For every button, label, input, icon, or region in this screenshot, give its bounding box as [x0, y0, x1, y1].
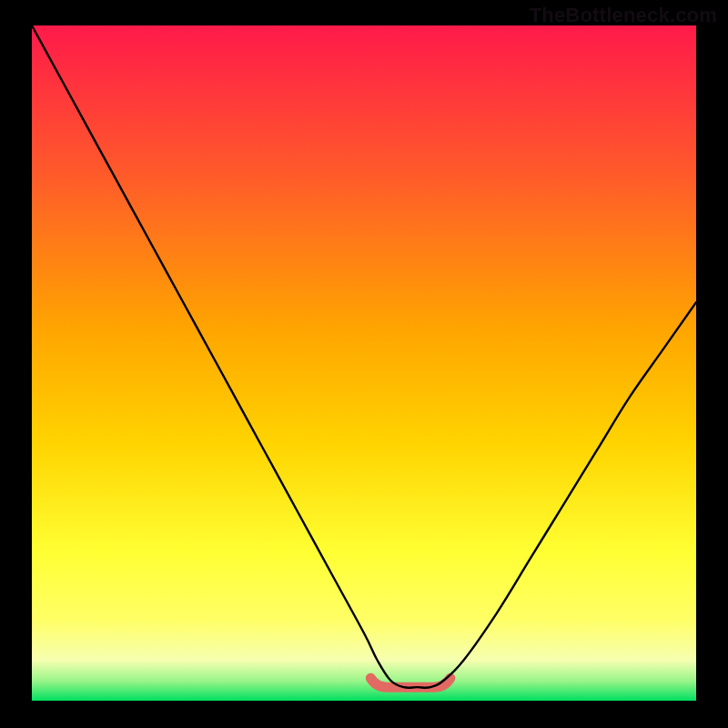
bottleneck-chart — [32, 25, 696, 701]
chart-frame: TheBottleneck.com — [0, 0, 728, 728]
gradient-background — [32, 25, 696, 701]
watermark-label: TheBottleneck.com — [530, 4, 717, 27]
plot-area — [32, 25, 696, 701]
